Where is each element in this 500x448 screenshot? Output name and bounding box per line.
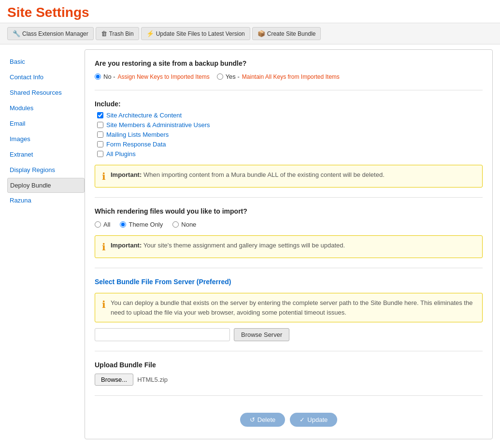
restore-title: Are you restoring a site from a backup b… bbox=[95, 59, 483, 67]
delete-icon: ↺ bbox=[250, 416, 255, 423]
server-path-input[interactable] bbox=[95, 328, 230, 341]
upload-title: Upload Bundle File bbox=[95, 361, 483, 369]
layout: Basic Contact Info Shared Resources Modu… bbox=[0, 44, 500, 444]
restore-no-label: No - bbox=[103, 73, 115, 80]
restore-no-radio[interactable] bbox=[95, 73, 101, 80]
trash-icon: 🗑 bbox=[101, 30, 107, 37]
bundle-section-title: Select Bundle File From Server (Preferre… bbox=[95, 278, 483, 286]
restore-yes-label: Yes - bbox=[226, 73, 240, 80]
all-plugins-label: All Plugins bbox=[106, 150, 136, 158]
file-browse-btn[interactable]: Browse... bbox=[95, 374, 133, 386]
class-extension-label: Class Extension Manager bbox=[22, 30, 88, 37]
include-section: Include: Site Architecture & Content Sit… bbox=[95, 100, 483, 198]
update-icon: ✓ bbox=[300, 416, 305, 423]
render-none-label: None bbox=[181, 221, 196, 228]
restore-no-sublabel: Assign New Keys to Imported Items bbox=[118, 73, 210, 80]
sidebar-item-extranet[interactable]: Extranet bbox=[7, 147, 85, 162]
update-site-label: Update Site Files to Latest Version bbox=[156, 30, 245, 37]
server-input-row: Browse Server bbox=[95, 328, 483, 341]
sidebar-item-shared-resources[interactable]: Shared Resources bbox=[7, 85, 85, 101]
form-response-label: Form Response Data bbox=[106, 141, 166, 148]
update-button[interactable]: ✓ Update bbox=[290, 413, 337, 427]
all-plugins-checkbox[interactable] bbox=[97, 151, 103, 157]
sidebar: Basic Contact Info Shared Resources Modu… bbox=[7, 49, 85, 439]
file-name: HTML5.zip bbox=[137, 376, 168, 383]
trash-bin-label: Trash Bin bbox=[109, 30, 134, 37]
render-all-label: All bbox=[103, 221, 110, 228]
site-members-checkbox[interactable] bbox=[97, 122, 103, 128]
update-icon: ⚡ bbox=[146, 30, 154, 37]
delete-button[interactable]: ↺ Delete bbox=[240, 413, 286, 427]
restore-radio-group: No - Assign New Keys to Imported Items Y… bbox=[95, 73, 483, 80]
include-checkbox-list: Site Architecture & Content Site Members… bbox=[95, 112, 483, 158]
mailing-lists-checkbox[interactable] bbox=[97, 131, 103, 138]
restore-yes-radio[interactable] bbox=[217, 73, 223, 80]
site-members-label: Site Members & Administrative Users bbox=[106, 121, 210, 129]
sidebar-item-modules[interactable]: Modules bbox=[7, 101, 85, 116]
create-site-bundle-btn[interactable]: 📦 Create Site Bundle bbox=[252, 27, 321, 40]
render-all-option[interactable]: All bbox=[95, 221, 110, 228]
sidebar-item-contact-info[interactable]: Contact Info bbox=[7, 70, 85, 85]
info-icon-3: ℹ bbox=[102, 299, 106, 310]
site-arch-checkbox[interactable] bbox=[97, 112, 103, 118]
upload-section: Upload Bundle File Browse... HTML5.zip bbox=[95, 361, 483, 396]
render-alert-text: Important: Your site's theme assignment … bbox=[111, 241, 345, 250]
main-content: Are you restoring a site from a backup b… bbox=[85, 49, 493, 439]
include-site-arch[interactable]: Site Architecture & Content bbox=[97, 112, 483, 119]
include-alert-text: Important: When importing content from a… bbox=[111, 170, 385, 180]
rendering-section: Which rendering files would you like to … bbox=[95, 207, 483, 268]
render-theme-radio[interactable] bbox=[120, 221, 126, 228]
trash-bin-btn[interactable]: 🗑 Trash Bin bbox=[96, 27, 139, 40]
browse-server-btn[interactable]: Browse Server bbox=[234, 328, 289, 341]
page-title: Site Settings bbox=[7, 5, 493, 20]
restore-yes-sublabel: Maintain All Keys from Imported Items bbox=[242, 73, 340, 80]
page-header: Site Settings bbox=[0, 0, 500, 23]
include-form-response[interactable]: Form Response Data bbox=[97, 141, 483, 148]
rendering-title: Which rendering files would you like to … bbox=[95, 207, 483, 215]
site-arch-label: Site Architecture & Content bbox=[106, 112, 182, 119]
restore-no-option[interactable]: No - Assign New Keys to Imported Items bbox=[95, 73, 210, 80]
sidebar-item-display-regions[interactable]: Display Regions bbox=[7, 162, 85, 178]
restore-yes-option[interactable]: Yes - Maintain All Keys from Imported It… bbox=[217, 73, 340, 80]
include-all-plugins[interactable]: All Plugins bbox=[97, 150, 483, 158]
update-site-files-btn[interactable]: ⚡ Update Site Files to Latest Version bbox=[141, 27, 250, 40]
render-all-radio[interactable] bbox=[95, 221, 101, 228]
info-icon: ℹ bbox=[102, 171, 106, 182]
sidebar-item-email[interactable]: Email bbox=[7, 116, 85, 131]
sidebar-item-deploy-bundle[interactable]: Deploy Bundle bbox=[7, 178, 85, 193]
form-response-checkbox[interactable] bbox=[97, 141, 103, 147]
include-mailing-lists[interactable]: Mailing Lists Members bbox=[97, 131, 483, 138]
class-extension-manager-btn[interactable]: 🔧 Class Extension Manager bbox=[7, 27, 94, 40]
render-alert: ℹ Important: Your site's theme assignmen… bbox=[95, 235, 483, 258]
include-alert: ℹ Important: When importing content from… bbox=[95, 165, 483, 188]
render-none-option[interactable]: None bbox=[172, 221, 196, 228]
include-site-members[interactable]: Site Members & Administrative Users bbox=[97, 121, 483, 129]
sidebar-item-razuna[interactable]: Razuna bbox=[7, 193, 85, 208]
info-icon-2: ℹ bbox=[102, 241, 106, 253]
class-extension-icon: 🔧 bbox=[13, 30, 20, 37]
sidebar-item-basic[interactable]: Basic bbox=[7, 54, 85, 70]
sidebar-item-images[interactable]: Images bbox=[7, 131, 85, 147]
render-theme-option[interactable]: Theme Only bbox=[120, 221, 163, 228]
mailing-lists-label: Mailing Lists Members bbox=[106, 131, 169, 138]
restore-section: Are you restoring a site from a backup b… bbox=[95, 59, 483, 90]
render-theme-label: Theme Only bbox=[129, 221, 163, 228]
render-radio-group: All Theme Only None bbox=[95, 221, 483, 228]
bundle-icon: 📦 bbox=[257, 30, 265, 37]
create-bundle-label: Create Site Bundle bbox=[267, 30, 316, 37]
include-label: Include: bbox=[95, 100, 483, 108]
bundle-alert: ℹ You can deploy a bundle that exists on… bbox=[95, 293, 483, 322]
action-bar: ↺ Delete ✓ Update bbox=[95, 405, 483, 429]
toolbar: 🔧 Class Extension Manager 🗑 Trash Bin ⚡ … bbox=[0, 23, 500, 44]
render-none-radio[interactable] bbox=[172, 221, 179, 228]
bundle-file-section: Select Bundle File From Server (Preferre… bbox=[95, 278, 483, 351]
bundle-alert-text: You can deploy a bundle that exists on t… bbox=[111, 298, 475, 317]
upload-row: Browse... HTML5.zip bbox=[95, 374, 483, 386]
